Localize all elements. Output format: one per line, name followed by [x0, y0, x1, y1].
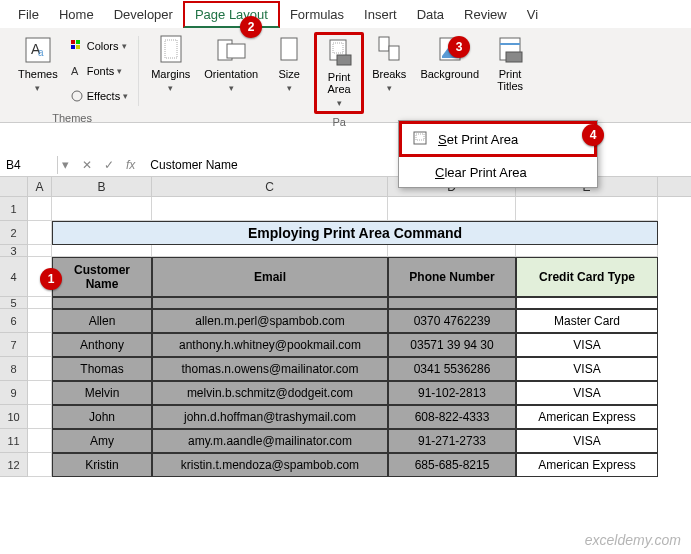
fx-icon[interactable]: fx	[123, 158, 138, 172]
set-print-area-item[interactable]: Set Print Area	[399, 121, 597, 157]
colors-button[interactable]: Colors ▾	[68, 34, 130, 58]
cell-email[interactable]: allen.m.perl@spambob.com	[152, 309, 388, 333]
tab-file[interactable]: File	[8, 3, 49, 26]
svg-rect-17	[379, 37, 389, 51]
enter-icon[interactable]: ✓	[101, 158, 117, 172]
blank-icon	[409, 163, 427, 181]
name-box[interactable]: B4	[0, 156, 58, 174]
header-card[interactable]: Credit Card Type	[516, 257, 658, 297]
size-icon	[273, 34, 305, 66]
tab-insert[interactable]: Insert	[354, 3, 407, 26]
row-10[interactable]: 10	[0, 405, 28, 429]
svg-rect-6	[76, 45, 80, 49]
callout-1: 1	[40, 268, 62, 290]
row-1[interactable]: 1	[0, 197, 28, 221]
print-titles-label: Print Titles	[497, 68, 523, 92]
worksheet: 1 2 3 4 5 6 7 8 9 10 11 12 Employing Pri…	[0, 197, 691, 477]
header-email[interactable]: Email	[152, 257, 388, 297]
chevron-down-icon: ▾	[387, 82, 392, 94]
tab-developer[interactable]: Developer	[104, 3, 183, 26]
header-phone[interactable]: Phone Number	[388, 257, 516, 297]
tab-page-layout[interactable]: Page Layout	[183, 1, 280, 28]
background-label: Background	[420, 68, 479, 80]
cell-email[interactable]: thomas.n.owens@mailinator.com	[152, 357, 388, 381]
cell-phone[interactable]: 03571 39 94 30	[388, 333, 516, 357]
cell-phone[interactable]: 608-822-4333	[388, 405, 516, 429]
row-6[interactable]: 6	[0, 309, 28, 333]
cell-phone[interactable]: 91-271-2733	[388, 429, 516, 453]
name-box-chevron-icon[interactable]: ▾	[58, 157, 73, 172]
cell-email[interactable]: john.d.hoffman@trashymail.com	[152, 405, 388, 429]
cell-card[interactable]: American Express	[516, 453, 658, 477]
cell-card[interactable]: American Express	[516, 405, 658, 429]
row-12[interactable]: 12	[0, 453, 28, 477]
cell-card[interactable]: VISA	[516, 429, 658, 453]
table-row: Melvinmelvin.b.schmitz@dodgeit.com91-102…	[28, 381, 691, 405]
tab-review[interactable]: Review	[454, 3, 517, 26]
fonts-button[interactable]: A Fonts ▾	[68, 59, 130, 83]
tab-home[interactable]: Home	[49, 3, 104, 26]
cell-phone[interactable]: 685-685-8215	[388, 453, 516, 477]
svg-text:a: a	[38, 47, 44, 58]
row-8[interactable]: 8	[0, 357, 28, 381]
margins-button[interactable]: Margins▾	[145, 32, 196, 96]
margins-icon	[155, 34, 187, 66]
group-themes: Aa Themes ▾ Colors ▾ A Fonts ▾ Eff	[6, 32, 138, 122]
cell-phone[interactable]: 0370 4762239	[388, 309, 516, 333]
cells[interactable]: Employing Print Area Command Customer Na…	[28, 197, 691, 477]
col-B[interactable]: B	[52, 177, 152, 196]
chevron-down-icon: ▾	[168, 82, 173, 94]
row-4[interactable]: 4	[0, 257, 28, 297]
col-C[interactable]: C	[152, 177, 388, 196]
row-11[interactable]: 11	[0, 429, 28, 453]
cell-name[interactable]: Allen	[52, 309, 152, 333]
cell-name[interactable]: Thomas	[52, 357, 152, 381]
cell-name[interactable]: Amy	[52, 429, 152, 453]
svg-rect-16	[337, 55, 351, 65]
cell-name[interactable]: Kristin	[52, 453, 152, 477]
select-all[interactable]	[0, 177, 28, 196]
tab-formulas[interactable]: Formulas	[280, 3, 354, 26]
breaks-button[interactable]: Breaks▾	[366, 32, 412, 96]
print-area-button[interactable]: Print Area▾	[314, 32, 364, 114]
tab-view[interactable]: Vi	[517, 3, 548, 26]
cell-email[interactable]: anthony.h.whitney@pookmail.com	[152, 333, 388, 357]
cell-name[interactable]: John	[52, 405, 152, 429]
ribbon-tabs: File Home Developer Page Layout Formulas…	[0, 0, 691, 28]
title-cell[interactable]: Employing Print Area Command	[52, 221, 658, 245]
row-headers: 1 2 3 4 5 6 7 8 9 10 11 12	[0, 197, 28, 477]
size-label: Size	[278, 68, 299, 80]
themes-button[interactable]: Aa Themes ▾	[12, 32, 64, 96]
size-button[interactable]: Size▾	[266, 32, 312, 96]
row-3[interactable]: 3	[0, 245, 28, 257]
col-A[interactable]: A	[28, 177, 52, 196]
cell-card[interactable]: VISA	[516, 381, 658, 405]
orientation-button[interactable]: Orientation▾	[198, 32, 264, 96]
chevron-down-icon: ▾	[35, 82, 40, 94]
cell-card[interactable]: Master Card	[516, 309, 658, 333]
cell-email[interactable]: amy.m.aandle@mailinator.com	[152, 429, 388, 453]
chevron-down-icon: ▾	[117, 66, 122, 76]
row-7[interactable]: 7	[0, 333, 28, 357]
row-9[interactable]: 9	[0, 381, 28, 405]
row-2[interactable]: 2	[0, 221, 28, 245]
cell-name[interactable]: Anthony	[52, 333, 152, 357]
row-5[interactable]: 5	[0, 297, 28, 309]
cancel-icon[interactable]: ✕	[79, 158, 95, 172]
cell-email[interactable]: kristin.t.mendoza@spambob.com	[152, 453, 388, 477]
fonts-label: Fonts	[87, 65, 115, 77]
cell-phone[interactable]: 91-102-2813	[388, 381, 516, 405]
cell-name[interactable]: Melvin	[52, 381, 152, 405]
effects-button[interactable]: Effects ▾	[68, 84, 130, 108]
cell-email[interactable]: melvin.b.schmitz@dodgeit.com	[152, 381, 388, 405]
callout-4: 4	[582, 124, 604, 146]
breaks-label: Breaks	[372, 68, 406, 80]
clear-print-area-item[interactable]: Clear Print Area	[399, 157, 597, 187]
cell-card[interactable]: VISA	[516, 333, 658, 357]
cell-card[interactable]: VISA	[516, 357, 658, 381]
print-titles-button[interactable]: Print Titles	[487, 32, 533, 94]
cell-phone[interactable]: 0341 5536286	[388, 357, 516, 381]
tab-data[interactable]: Data	[407, 3, 454, 26]
header-name[interactable]: Customer Name	[52, 257, 152, 297]
svg-rect-23	[506, 52, 522, 62]
